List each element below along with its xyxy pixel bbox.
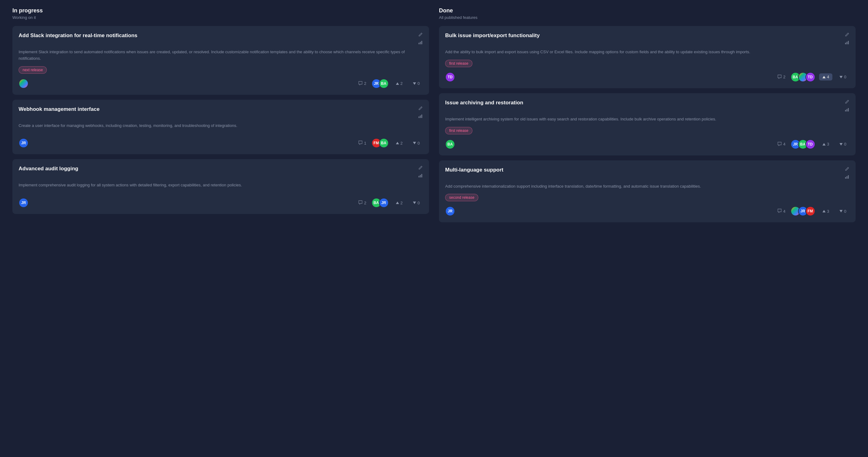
upvote-button[interactable]: 2 bbox=[393, 199, 406, 206]
downvote-button[interactable]: 0 bbox=[836, 208, 849, 215]
card-footer: BA 4 JR BA TD bbox=[445, 139, 849, 149]
edit-icon[interactable] bbox=[844, 99, 849, 105]
card-tag[interactable]: first release bbox=[445, 60, 472, 67]
column-header-in-progress: In progress Working on it bbox=[12, 7, 429, 20]
card-title: Bulk issue import/export functionality bbox=[445, 32, 841, 39]
card-tag[interactable]: next release bbox=[19, 66, 47, 74]
card-meta: 1 FM BA 2 0 bbox=[358, 138, 423, 148]
svg-rect-8 bbox=[421, 174, 422, 177]
card-actions bbox=[418, 165, 423, 179]
upvote-count: 4 bbox=[827, 75, 829, 79]
svg-rect-15 bbox=[845, 177, 846, 178]
card-actions bbox=[844, 32, 849, 46]
upvote-button[interactable]: 3 bbox=[819, 208, 832, 215]
upvote-button[interactable]: 3 bbox=[819, 140, 832, 148]
avatar-group: TD bbox=[445, 72, 453, 82]
svg-rect-0 bbox=[418, 43, 420, 44]
comment-icon bbox=[358, 200, 363, 205]
edit-icon[interactable] bbox=[418, 106, 423, 112]
card-tag[interactable]: first release bbox=[445, 127, 472, 134]
column-subtitle-done: All published features bbox=[439, 15, 856, 20]
comment-count: 2 bbox=[777, 74, 785, 80]
comment-icon bbox=[777, 208, 782, 214]
upvote-count: 2 bbox=[401, 81, 403, 86]
downvote-button[interactable]: 0 bbox=[409, 80, 423, 87]
chart-icon[interactable] bbox=[418, 40, 423, 46]
avatar-ba: BA bbox=[445, 139, 455, 149]
svg-rect-6 bbox=[418, 176, 420, 177]
downvote-button[interactable]: 0 bbox=[409, 199, 423, 206]
column-in-progress: In progress Working on it Add Slack inte… bbox=[7, 7, 434, 227]
assignees: BA JR bbox=[371, 198, 389, 208]
card-footer: 2 JR BA 2 0 bbox=[19, 79, 423, 89]
card-header: Add Slack integration for real-time noti… bbox=[19, 32, 423, 46]
card-title: Multi-language support bbox=[445, 167, 841, 173]
edit-icon[interactable] bbox=[844, 32, 849, 38]
avatar-td: TD bbox=[445, 72, 455, 82]
card-header: Advanced audit logging bbox=[19, 165, 423, 179]
column-header-done: Done All published features bbox=[439, 7, 856, 20]
assignees: JR FM bbox=[790, 206, 815, 216]
svg-rect-14 bbox=[848, 108, 849, 111]
card-tag[interactable]: second release bbox=[445, 194, 478, 201]
avatar-jr: JR bbox=[19, 138, 29, 148]
card-meta: 4 JR BA TD 3 0 bbox=[777, 139, 849, 149]
upvote-button[interactable]: 4 bbox=[819, 73, 832, 80]
downvote-count: 0 bbox=[844, 75, 846, 79]
card-meta: 2 BA JR 2 0 bbox=[358, 198, 423, 208]
svg-rect-4 bbox=[420, 116, 421, 118]
svg-rect-17 bbox=[848, 175, 849, 178]
avatar-group bbox=[19, 79, 26, 89]
chart-icon[interactable] bbox=[844, 40, 849, 46]
downvote-count: 0 bbox=[417, 201, 420, 205]
svg-rect-3 bbox=[418, 117, 420, 118]
assignee-jr: JR bbox=[379, 198, 389, 208]
comment-icon bbox=[358, 81, 363, 87]
card-meta: 2 JR BA 2 0 bbox=[358, 79, 423, 89]
downvote-count: 0 bbox=[417, 81, 420, 86]
chart-icon[interactable] bbox=[418, 173, 423, 179]
downvote-button[interactable]: 0 bbox=[836, 73, 849, 80]
svg-rect-11 bbox=[848, 41, 849, 44]
card-description: Implement comprehensive audit logging fo… bbox=[19, 182, 423, 189]
card-header: Bulk issue import/export functionality bbox=[445, 32, 849, 46]
svg-rect-7 bbox=[420, 175, 421, 177]
upvote-button[interactable]: 2 bbox=[393, 140, 406, 147]
avatar-group: BA bbox=[445, 139, 453, 149]
column-subtitle-in-progress: Working on it bbox=[12, 15, 429, 20]
upvote-button[interactable]: 2 bbox=[393, 80, 406, 87]
assignee-ba: BA bbox=[379, 79, 389, 89]
downvote-count: 0 bbox=[844, 209, 846, 214]
avatar-jr: JR bbox=[19, 198, 29, 208]
upvote-count: 3 bbox=[827, 142, 829, 146]
downvote-button[interactable]: 0 bbox=[836, 140, 849, 148]
svg-rect-16 bbox=[847, 176, 847, 178]
downvote-button[interactable]: 0 bbox=[409, 140, 423, 147]
card-meta: 2 BA TD 4 0 bbox=[777, 72, 849, 82]
comment-number: 2 bbox=[364, 201, 366, 205]
edit-icon[interactable] bbox=[844, 167, 849, 172]
assignee-fm: FM bbox=[805, 206, 815, 216]
downvote-count: 0 bbox=[417, 141, 420, 145]
assignee-td: TD bbox=[805, 139, 815, 149]
avatar-group: JR bbox=[445, 206, 453, 216]
edit-icon[interactable] bbox=[418, 32, 423, 38]
chart-icon[interactable] bbox=[418, 113, 423, 120]
avatar-group: JR bbox=[19, 138, 26, 148]
card-bulk-import-export: Bulk issue import/export functionality A… bbox=[439, 26, 856, 88]
upvote-count: 3 bbox=[827, 209, 829, 214]
upvote-count: 2 bbox=[401, 141, 403, 145]
chart-icon[interactable] bbox=[844, 107, 849, 113]
column-title-done: Done bbox=[439, 7, 856, 14]
card-header: Multi-language support bbox=[445, 167, 849, 180]
comment-count: 4 bbox=[777, 141, 785, 147]
comment-icon bbox=[358, 140, 363, 146]
card-footer: JR 4 JR FM 3 bbox=[445, 206, 849, 216]
edit-icon[interactable] bbox=[418, 165, 423, 171]
chart-icon[interactable] bbox=[844, 174, 849, 180]
comment-number: 1 bbox=[364, 141, 366, 145]
svg-rect-13 bbox=[847, 109, 847, 111]
comment-number: 4 bbox=[783, 142, 785, 146]
downvote-count: 0 bbox=[844, 142, 846, 146]
comment-count: 2 bbox=[358, 81, 366, 87]
